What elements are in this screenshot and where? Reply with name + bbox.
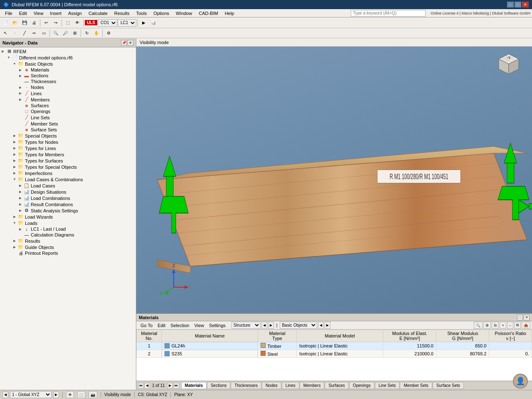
menu-item-view[interactable]: View [30, 10, 47, 17]
tree-toggle-types-for-special-objects[interactable]: ▶ [12, 165, 17, 169]
nav-tree-item-line-sets[interactable]: ╱Line Sets [0, 114, 136, 121]
menu-item-tools[interactable]: Tools [133, 10, 150, 17]
nav-close-button[interactable]: ✕ [128, 40, 133, 46]
nav-tree-item-static-analysis-settings[interactable]: ▶⚙Static Analysis Settings [0, 207, 136, 214]
minimize-button[interactable]: − [507, 2, 514, 7]
menu-item-edit[interactable]: Edit [16, 10, 30, 17]
tree-toggle-imperfections[interactable]: ▶ [12, 171, 17, 175]
tree-toggle-rfem[interactable]: ▶ [0, 49, 6, 53]
nav-tree-item-lines[interactable]: ▶╱Lines [0, 90, 136, 96]
tree-toggle-design-situations[interactable]: ▶ [17, 190, 23, 194]
nav-tree-item-thicknesses[interactable]: —Thicknesses [0, 79, 136, 84]
nav-tree-item-load-cases[interactable]: ▶📋Load Cases [0, 182, 136, 189]
coord-system-section[interactable]: ◀ 1 - Global XYZ ▶ [2, 391, 59, 398]
duplicate-button[interactable]: ⧉ [514, 322, 521, 329]
menu-item-cad-bim[interactable]: CAD-BIM [195, 10, 221, 17]
close-button[interactable]: ✕ [522, 2, 529, 7]
zoom-all-button[interactable]: ⊞ [70, 29, 79, 37]
search-input[interactable] [351, 10, 426, 17]
nav-tree-item-calculation-diagrams[interactable]: —Calculation Diagrams [0, 232, 136, 238]
tab-last-button[interactable]: ⏭ [173, 383, 179, 389]
tree-toggle-types-for-members[interactable]: ▶ [12, 153, 17, 156]
prev-structure-button[interactable]: ◀ [261, 322, 267, 329]
nav-tree-item-types-for-special-objects[interactable]: ▶📁Types for Special Objects [0, 164, 136, 170]
basic-objects-dropdown[interactable]: Basic Objects [280, 322, 317, 329]
add-row-button[interactable]: + [500, 322, 506, 329]
panel-menu-settings[interactable]: Settings [207, 323, 228, 328]
prev-objects-button[interactable]: ◀ [318, 322, 324, 329]
print-button[interactable]: 🖨 [30, 19, 39, 27]
nav-tree-item-design-situations[interactable]: ▶📊Design Situations [0, 189, 136, 195]
open-button[interactable]: 📂 [10, 19, 20, 27]
panel-menu-edit[interactable]: Edit [155, 323, 168, 328]
menu-item-window[interactable]: Window [172, 10, 195, 17]
settings-button[interactable]: ⚙ [483, 322, 491, 329]
nav-tree-item-types-for-nodes[interactable]: ▶📁Types for Nodes [0, 139, 136, 145]
coord-system-dropdown[interactable]: 1 - Global XYZ [10, 391, 52, 398]
tree-toggle-nodes[interactable]: ▶ [17, 86, 23, 89]
tree-toggle-types-for-lines[interactable]: ▶ [12, 146, 17, 150]
tree-toggle-sections[interactable]: ▶ [17, 74, 23, 78]
pan-button[interactable]: ✋ [92, 29, 101, 37]
calculate-button[interactable]: ▶ [139, 19, 148, 27]
tree-toggle-basic-objects[interactable]: ▼ [12, 62, 17, 66]
nav-tree-item-load-cases-combinations[interactable]: ▼📁Load Cases & Combinations [0, 176, 136, 182]
coord-system-next[interactable]: ▶ [53, 392, 59, 398]
search-area[interactable]: Online License 4 | Marco Nikoleizig | Dl… [351, 10, 530, 17]
panel-menu-go-to[interactable]: Go To [138, 323, 155, 328]
menu-item-file[interactable]: File [2, 10, 16, 17]
nav-tree-item-load-combinations[interactable]: ▶📊Load Combinations [0, 195, 136, 201]
view-button[interactable]: 👁 [73, 19, 82, 27]
tree-toggle-lines[interactable]: ▶ [17, 91, 23, 95]
tab-surfaces[interactable]: Surfaces [325, 382, 348, 389]
nav-tree-item-types-for-members[interactable]: ▶📁Types for Members [0, 151, 136, 158]
menu-item-assign[interactable]: Assign [65, 10, 85, 17]
tree-toggle-model[interactable]: ▼ [6, 56, 12, 59]
nav-pin-button[interactable]: 📌 [121, 40, 127, 46]
coord-system-prev[interactable]: ◀ [2, 392, 8, 398]
nav-header-controls[interactable]: 📌 ✕ [121, 40, 133, 46]
3d-viewport[interactable]: -Y [136, 47, 532, 313]
undo-button[interactable]: ↩ [42, 19, 51, 27]
display-button[interactable]: ⚙ [104, 29, 113, 37]
zoom-in-button[interactable]: 🔍 [51, 29, 60, 37]
tree-toggle-static-analysis-settings[interactable]: ▶ [17, 209, 23, 212]
menu-item-calculate[interactable]: Calculate [85, 10, 111, 17]
menu-item-options[interactable]: Options [150, 10, 172, 17]
tab-prev-button[interactable]: ◀ [144, 383, 150, 389]
tree-toggle-types-for-surfaces[interactable]: ▶ [12, 159, 17, 163]
tab-first-button[interactable]: ⏮ [138, 383, 144, 389]
tree-toggle-load-cases-combinations[interactable]: ▼ [12, 177, 17, 181]
results-button[interactable]: 📊 [149, 19, 158, 27]
tab-next-button[interactable]: ▶ [167, 383, 173, 389]
status-icon1[interactable]: 👁 [66, 391, 74, 398]
panel-float-button[interactable]: ⬚ [517, 315, 523, 320]
status-icon3[interactable]: 📷 [89, 391, 97, 398]
nav-tree-item-sections[interactable]: ▶▬Sections [0, 73, 136, 79]
nav-tree-item-member-sets[interactable]: ╱Member Sets [0, 121, 136, 127]
table-row[interactable]: 1GL24hTimberIsotropic | Linear Elastic11… [137, 342, 532, 350]
tree-toggle-types-for-nodes[interactable]: ▶ [12, 140, 17, 144]
zoom-out-button[interactable]: 🔎 [61, 29, 70, 37]
next-structure-button[interactable]: ▶ [268, 322, 274, 329]
maximize-button[interactable]: □ [515, 2, 521, 7]
tree-toggle-lc1-load[interactable]: ▶ [17, 227, 23, 231]
nav-tree-item-special-objects[interactable]: ▶📁Special Objects [0, 133, 136, 139]
menu-item-insert[interactable]: Insert [47, 10, 65, 17]
filter-button[interactable]: 🔍 [474, 322, 483, 329]
delete-row-button[interactable]: − [507, 322, 513, 329]
tree-toggle-result-combinations[interactable]: ▶ [17, 202, 23, 206]
tab-nodes[interactable]: Nodes [262, 382, 281, 389]
structure-dropdown[interactable]: Structure [232, 322, 261, 329]
surface-button[interactable]: ▭ [39, 29, 48, 37]
nav-tree-item-basic-objects[interactable]: ▼📁Basic Objects [0, 61, 136, 67]
nav-tree-item-members[interactable]: ▶╱Members [0, 96, 136, 103]
panel-menu-selection[interactable]: Selection [168, 323, 192, 328]
nav-tree-item-rfem[interactable]: ▶⊞RFEM [0, 48, 136, 54]
nav-tree-item-loads[interactable]: ▼📁Loads [0, 220, 136, 226]
save-button[interactable]: 💾 [20, 19, 29, 27]
redo-button[interactable]: ↪ [51, 19, 60, 27]
line-button[interactable]: ╱ [20, 29, 29, 37]
member-button[interactable]: ═ [30, 29, 39, 37]
panel-header-controls[interactable]: ⬚ ✕ [517, 315, 530, 320]
